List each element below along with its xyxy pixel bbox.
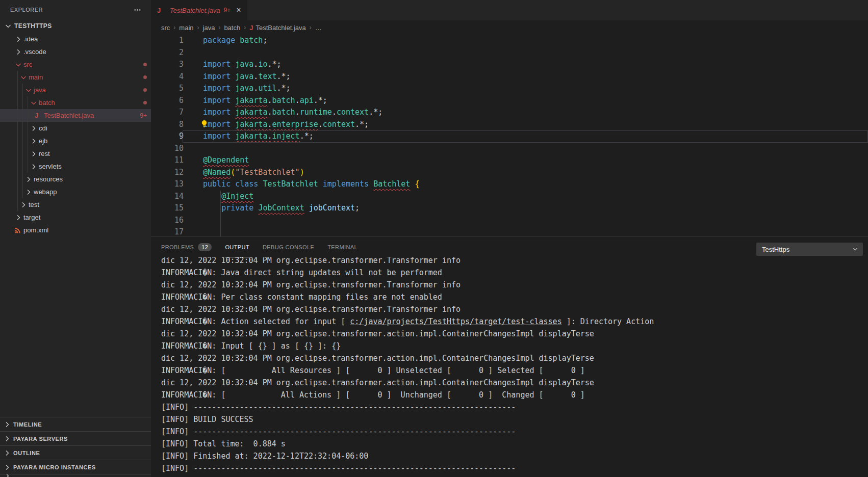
chevron-right-icon[interactable] — [30, 124, 39, 132]
tab-testbatchlet-java[interactable]: J TestBatchlet.java 9+ × — [151, 0, 247, 20]
section-payara-micro-instances[interactable]: PAYARA MICRO INSTANCES — [0, 460, 151, 474]
chevron-down-icon[interactable] — [24, 86, 34, 94]
output-line: [INFO] Finished at: 2022-12-12T22:32:04-… — [161, 450, 868, 462]
tree-item-target[interactable]: target — [0, 211, 151, 224]
tree-item-test[interactable]: test — [0, 198, 151, 211]
section-payara-servers[interactable]: PAYARA SERVERS — [0, 431, 151, 445]
panel-tab-problems[interactable]: PROBLEMS12 — [161, 237, 212, 257]
line-number[interactable]: 7 — [151, 107, 189, 119]
output-channel-select[interactable]: TestHttps — [756, 243, 863, 256]
breadcrumb-item-[interactable]: … — [315, 24, 322, 32]
code-line-7[interactable]: 7import jakarta.batch.runtime.context.*; — [151, 107, 868, 119]
output-line: INFORMACI�N: Java direct string updates … — [161, 267, 868, 279]
output-line: dic 12, 2022 10:32:04 PM org.eclipse.tra… — [161, 377, 868, 389]
project-root-row[interactable]: TESTHTTPS — [0, 19, 151, 33]
code-line-text — [189, 143, 203, 155]
line-number[interactable]: 3 — [151, 59, 189, 71]
chevron-down-icon[interactable] — [14, 61, 23, 69]
line-number[interactable]: 6 — [151, 95, 189, 107]
code-line-1[interactable]: 1package batch; — [151, 35, 868, 47]
output-line-post: ]: Directory Action — [562, 317, 654, 326]
line-number[interactable]: 8 — [151, 119, 189, 131]
code-line-text: import java.io.*; — [189, 59, 282, 71]
breadcrumb-label: batch — [224, 24, 240, 32]
lightbulb-icon[interactable] — [200, 120, 209, 128]
error-count-badge: 9+ — [140, 112, 147, 119]
line-number[interactable]: 5 — [151, 83, 189, 95]
breadcrumb-item-batch[interactable]: batch — [224, 24, 240, 32]
code-line-14[interactable]: 14 @Inject — [151, 191, 868, 203]
code-line-9[interactable]: 9import jakarta.inject.*; — [151, 130, 868, 143]
tree-item-label: java — [34, 86, 46, 94]
line-number[interactable]: 10 — [151, 143, 189, 155]
code-editor[interactable]: 1package batch;23import java.io.*;4impor… — [151, 35, 868, 236]
chevron-right-icon[interactable] — [30, 150, 39, 158]
panel-tab-terminal[interactable]: TERMINAL — [327, 237, 358, 257]
chevron-down-icon[interactable] — [30, 99, 39, 107]
code-line-text: import jakarta.inject.*; — [189, 130, 314, 143]
line-number[interactable]: 2 — [151, 47, 189, 59]
chevron-down-icon — [852, 246, 859, 253]
tree-item-vscode[interactable]: .vscode — [0, 45, 151, 58]
more-actions-icon[interactable] — [133, 5, 142, 14]
tree-item-main[interactable]: main — [0, 71, 151, 84]
line-number[interactable]: 12 — [151, 167, 189, 179]
code-line-2[interactable]: 2 — [151, 47, 868, 59]
line-number[interactable]: 4 — [151, 71, 189, 83]
code-line-3[interactable]: 3import java.io.*; — [151, 59, 868, 71]
java-file-icon: J — [157, 7, 166, 14]
line-number[interactable]: 11 — [151, 154, 189, 167]
chevron-right-icon[interactable] — [19, 201, 29, 209]
breadcrumb-item-testbatchlet-java[interactable]: JTestBatchlet.java — [249, 24, 306, 32]
code-line-16[interactable]: 16 — [151, 215, 868, 227]
panel-tab-output[interactable]: OUTPUT — [225, 237, 249, 257]
line-number[interactable]: 17 — [151, 226, 189, 236]
tree-item-pom-xml[interactable]: pom.xml — [0, 224, 151, 236]
breadcrumb-label: TestBatchlet.java — [256, 24, 305, 32]
breadcrumb-item-src[interactable]: src — [161, 24, 170, 32]
line-number[interactable]: 1 — [151, 35, 189, 47]
code-line-5[interactable]: 5import java.util.*; — [151, 83, 868, 95]
close-icon[interactable]: × — [236, 6, 241, 14]
code-line-6[interactable]: 6import jakarta.batch.api.*; — [151, 95, 868, 107]
code-line-11[interactable]: 11@Dependent — [151, 154, 868, 167]
chevron-right-icon[interactable] — [14, 48, 23, 56]
chevron-right-icon[interactable] — [24, 175, 34, 183]
output-line: INFORMACI�N: [ All Resources ] [ 0 ] Uns… — [161, 364, 868, 377]
code-line-10[interactable]: 10 — [151, 143, 868, 155]
line-number[interactable]: 9 — [151, 130, 189, 143]
code-line-15[interactable]: 15 private JobContext jobContext; — [151, 202, 868, 215]
code-line-17[interactable]: 17 — [151, 226, 868, 236]
tree-item-idea[interactable]: .idea — [0, 33, 151, 45]
line-number[interactable]: 16 — [151, 215, 189, 227]
error-dot-badge — [143, 101, 147, 104]
chevron-right-icon[interactable] — [30, 137, 39, 145]
line-number[interactable]: 14 — [151, 191, 189, 203]
section-partial[interactable] — [0, 474, 151, 477]
output-file-link[interactable]: c:/java/projects/TestHttps/target/test-c… — [350, 317, 561, 326]
code-line-13[interactable]: 13public class TestBatchlet implements B… — [151, 178, 868, 191]
tree-item-src[interactable]: src — [0, 58, 151, 71]
breadcrumb-item-main[interactable]: main — [179, 24, 193, 32]
chevron-right-icon — [3, 449, 12, 457]
vscode-window: EXPLORER TESTHTTPS .idea.vscodesrcmainja… — [0, 0, 868, 477]
line-number[interactable]: 15 — [151, 202, 189, 215]
section-timeline[interactable]: TIMELINE — [0, 417, 151, 431]
breadcrumb-separator: › — [310, 24, 312, 31]
code-line-12[interactable]: 12@Named("TestBatchlet") — [151, 167, 868, 179]
chevron-down-icon[interactable] — [19, 73, 29, 82]
section-outline[interactable]: OUTLINE — [0, 445, 151, 460]
explorer-header: EXPLORER — [0, 0, 151, 19]
chevron-right-icon[interactable] — [14, 35, 23, 43]
breadcrumb-item-java[interactable]: java — [203, 24, 215, 32]
line-number[interactable]: 13 — [151, 178, 189, 191]
panel-tab-debug-console[interactable]: DEBUG CONSOLE — [263, 237, 314, 257]
chevron-right-icon[interactable] — [30, 163, 39, 171]
output-console[interactable]: dic 12, 2022 10:32:04 PM org.eclipse.tra… — [151, 257, 868, 477]
breadcrumb-separator: › — [197, 24, 199, 31]
code-line-8[interactable]: 8import jakarta.enterprise.context.*; — [151, 119, 868, 131]
code-line-4[interactable]: 4import java.text.*; — [151, 71, 868, 83]
chevron-right-icon[interactable] — [14, 214, 23, 222]
chevron-right-icon[interactable] — [24, 188, 34, 196]
chevron-down-icon — [4, 22, 13, 30]
